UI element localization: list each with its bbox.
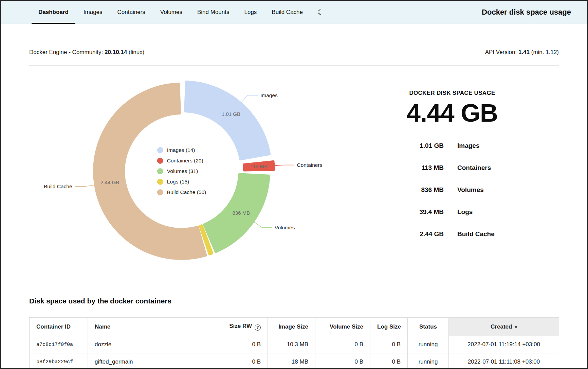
donut-leader-line-volumes	[253, 222, 272, 227]
legend-dot-volumes	[157, 168, 163, 174]
donut-size-label-volumes: 836 MB	[232, 210, 250, 216]
tab-images[interactable]: Images	[76, 1, 110, 24]
donut-leader-line-containers	[274, 165, 294, 166]
moon-icon: ☾	[317, 8, 324, 16]
legend-label: Volumes (31)	[167, 168, 198, 174]
cell-container-id: b8f29ba229cf	[30, 353, 88, 369]
tab-bind-mounts[interactable]: Bind Mounts	[190, 1, 237, 24]
legend-dot-containers	[157, 158, 163, 164]
cell-name: gifted_germain	[88, 353, 215, 369]
donut-size-label-images: 1.01 GB	[222, 111, 240, 117]
donut-size-label-containers: 113 MB	[250, 163, 268, 169]
tab-containers[interactable]: Containers	[110, 1, 153, 24]
column-header-label: Image Size	[278, 323, 308, 330]
column-header-label: Name	[95, 323, 110, 330]
table-row: b8f29ba229cfgifted_germain0 B18 MB0 B0 B…	[30, 353, 559, 369]
total-disk-usage: 4.44 GB	[364, 100, 540, 126]
cell-image-size: 10.3 MB	[268, 336, 315, 353]
column-header-volume-size[interactable]: Volume Size	[315, 318, 370, 336]
tab-bar: DashboardImagesContainersVolumesBind Mou…	[31, 1, 310, 24]
api-version-info: API Version: 1.41 (min. 1.12)	[485, 49, 559, 56]
column-header-label: Container ID	[36, 323, 71, 330]
engine-platform: (linux)	[129, 49, 144, 55]
legend-item-volumes[interactable]: Volumes (31)	[157, 168, 206, 174]
usage-category-label: Build Cache	[457, 223, 540, 245]
cell-log-size: 0 B	[370, 353, 408, 369]
usage-category-label: Images	[457, 135, 540, 157]
engine-label: Docker Engine - Community:	[29, 49, 103, 55]
engine-info-row: Docker Engine - Community: 20.10.14 (lin…	[29, 49, 559, 56]
cell-size-rw: 0 B	[215, 353, 268, 369]
usage-category-label: Logs	[457, 201, 540, 223]
usage-size-value: 836 MB	[364, 179, 444, 201]
legend-item-containers[interactable]: Containers (20)	[157, 158, 206, 164]
engine-version: 20.10.14	[105, 49, 127, 55]
column-header-name[interactable]: Name	[88, 318, 215, 336]
legend-item-logs[interactable]: Logs (15)	[157, 179, 206, 185]
donut-callout-label-containers: Containers	[297, 162, 322, 168]
cell-status: running	[408, 336, 449, 353]
cell-size-rw: 0 B	[215, 336, 268, 353]
table-row: a7c8c17f0f0adozzle0 B10.3 MB0 B0 Brunnin…	[30, 336, 559, 353]
tab-logs[interactable]: Logs	[237, 1, 264, 24]
tab-dashboard[interactable]: Dashboard	[31, 1, 76, 24]
column-header-label: Volume Size	[330, 323, 363, 330]
tab-volumes[interactable]: Volumes	[153, 1, 190, 24]
tab-build-cache[interactable]: Build Cache	[264, 1, 310, 24]
table-header-row: Container IDNameSize RW?Image SizeVolume…	[30, 318, 559, 336]
usage-category-label: Containers	[457, 157, 540, 179]
donut-callout-label-build-cache: Build Cache	[44, 183, 72, 189]
docker-dashboard-page: DashboardImagesContainersVolumesBind Mou…	[0, 0, 588, 369]
cell-volume-size: 0 B	[315, 336, 370, 353]
donut-callout-label-images: Images	[260, 92, 278, 98]
column-header-label: Size RW	[229, 323, 252, 329]
containers-table-section: Disk space used by the docker containers…	[29, 297, 559, 369]
usage-size-value: 39.4 MB	[364, 201, 444, 223]
dark-mode-toggle[interactable]: ☾	[310, 1, 330, 24]
column-header-label: Status	[419, 323, 437, 330]
column-header-label: Log Size	[377, 323, 401, 330]
donut-size-label-build-cache: 2.44 GB	[100, 179, 119, 185]
legend-label: Logs (15)	[167, 179, 189, 185]
column-header-label: Created	[491, 323, 512, 330]
cell-log-size: 0 B	[370, 336, 408, 353]
api-min: (min. 1.12)	[531, 49, 559, 55]
usage-summary-panel: DOCKER DISK SPACE USAGE 4.44 GB 1.01 GBI…	[364, 90, 540, 245]
legend-label: Containers (20)	[167, 158, 203, 164]
column-header-image-size[interactable]: Image Size	[268, 318, 315, 336]
usage-size-value: 2.44 GB	[364, 223, 444, 245]
legend-item-images[interactable]: Images (14)	[157, 147, 206, 153]
api-label: API Version:	[485, 49, 517, 55]
cell-container-id: a7c8c17f0f0a	[30, 336, 88, 353]
usage-category-label: Volumes	[457, 179, 540, 201]
column-header-log-size[interactable]: Log Size	[370, 318, 408, 336]
donut-leader-line-build-cache	[75, 185, 95, 187]
help-question-icon[interactable]: ?	[255, 324, 261, 331]
containers-table: Container IDNameSize RW?Image SizeVolume…	[29, 317, 559, 369]
donut-callout-label-volumes: Volumes	[275, 225, 295, 230]
disk-usage-donut-chart: 1.01 GBImages113 MBContainers836 MBVolum…	[1, 65, 354, 276]
usage-size-value: 113 MB	[364, 157, 444, 179]
cell-volume-size: 0 B	[315, 353, 370, 369]
engine-info: Docker Engine - Community: 20.10.14 (lin…	[29, 49, 144, 56]
sort-desc-icon: ▾	[515, 324, 517, 330]
column-header-size-rw[interactable]: Size RW?	[215, 318, 268, 336]
usage-size-value: 1.01 GB	[364, 135, 444, 157]
legend-dot-logs	[157, 179, 163, 185]
usage-breakdown-list: 1.01 GBImages113 MBContainers836 MBVolum…	[364, 135, 540, 245]
legend-item-build-cache[interactable]: Build Cache (50)	[157, 189, 206, 195]
cell-image-size: 18 MB	[268, 353, 315, 369]
cell-created: 2022-07-01 11:19:14 +03:00	[449, 336, 559, 353]
cell-status: running	[408, 353, 449, 369]
cell-name: dozzle	[88, 336, 215, 353]
legend-dot-images	[157, 147, 163, 153]
column-header-container-id[interactable]: Container ID	[30, 318, 88, 336]
usage-panel-title: DOCKER DISK SPACE USAGE	[364, 90, 540, 96]
column-header-status[interactable]: Status	[408, 318, 449, 336]
app-title: Docker disk space usage	[482, 8, 587, 17]
legend-dot-build-cache	[157, 189, 163, 195]
chart-legend: Images (14)Containers (20)Volumes (31)Lo…	[157, 147, 206, 195]
table-heading: Disk space used by the docker containers	[29, 297, 559, 305]
column-header-created[interactable]: Created▾	[449, 318, 559, 336]
navbar: DashboardImagesContainersVolumesBind Mou…	[1, 1, 587, 24]
